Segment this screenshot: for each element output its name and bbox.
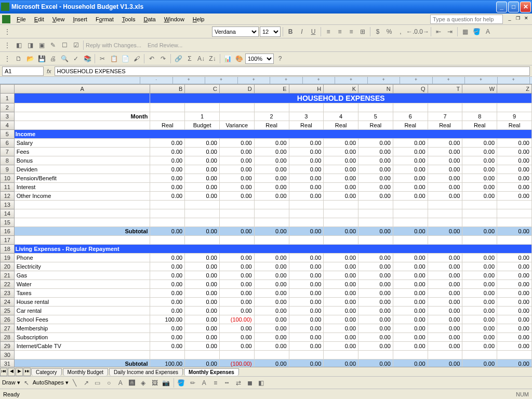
cell-header[interactable]: Real — [428, 121, 462, 130]
expand-button[interactable]: + — [400, 77, 433, 84]
row-header-30[interactable]: 30 — [1, 351, 15, 360]
cell-value[interactable]: 0.00 — [497, 156, 532, 165]
cell[interactable] — [14, 209, 150, 218]
cell-value[interactable]: 0.00 — [428, 156, 462, 165]
column-header-C[interactable]: C — [185, 85, 220, 94]
row-header-19[interactable]: 19 — [1, 254, 15, 262]
cell-value[interactable]: 0.00 — [324, 254, 358, 262]
minimize-button[interactable]: _ — [496, 2, 507, 12]
cell[interactable]: 9 — [497, 112, 532, 121]
picture-button[interactable]: 📷 — [161, 378, 171, 388]
row-header-1[interactable]: 1 — [1, 94, 15, 103]
cell[interactable] — [219, 103, 254, 112]
cell-value[interactable]: 0.00 — [497, 280, 532, 289]
cell-value[interactable]: 0.00 — [428, 271, 462, 280]
font-color-button[interactable]: A — [199, 378, 209, 388]
cell-value[interactable]: 0.00 — [289, 271, 324, 280]
row-header-21[interactable]: 21 — [1, 271, 15, 280]
review-btn-1[interactable]: ◧ — [14, 40, 24, 50]
cell[interactable] — [150, 351, 185, 360]
spelling-button[interactable]: ✓ — [71, 54, 81, 64]
cell-value[interactable]: 0.00 — [462, 360, 497, 367]
cell-value[interactable]: 0.00 — [497, 227, 532, 236]
cell-value[interactable]: 0.00 — [462, 192, 497, 201]
cell-value[interactable]: 0.00 — [289, 183, 324, 192]
cell[interactable]: 2 — [254, 112, 289, 121]
column-header-Q[interactable]: Q — [393, 85, 428, 94]
toolbar-handle-icon[interactable]: ⋮ — [2, 54, 12, 64]
cell-label[interactable]: Car rental — [14, 307, 150, 315]
menu-edit[interactable]: Edit — [30, 15, 48, 23]
cell-value[interactable]: 0.00 — [393, 271, 428, 280]
menu-data[interactable]: Data — [139, 15, 159, 23]
cell-value[interactable]: 0.00 — [185, 183, 220, 192]
cell-value[interactable]: 0.00 — [428, 139, 462, 148]
italic-button[interactable]: I — [297, 26, 307, 37]
cell[interactable] — [185, 103, 220, 112]
cell[interactable] — [358, 351, 393, 360]
column-header-A[interactable]: A — [14, 85, 150, 94]
cell-label[interactable]: Interest — [14, 183, 150, 192]
cell-value[interactable]: 0.00 — [185, 156, 220, 165]
cell-value[interactable]: 0.00 — [185, 333, 220, 342]
cell[interactable]: 5 — [358, 112, 393, 121]
cell[interactable] — [324, 351, 358, 360]
cell[interactable] — [289, 236, 324, 245]
cell[interactable] — [185, 236, 220, 245]
cell-label[interactable]: Salary — [14, 139, 150, 148]
cell[interactable] — [185, 209, 220, 218]
cell-value[interactable]: 0.00 — [150, 262, 185, 271]
cell-value[interactable]: 0.00 — [150, 271, 185, 280]
spreadsheet-table[interactable]: ABCDEHKNQTWZ1HOUSEHOLD EXPENSES23Month12… — [0, 84, 532, 367]
cell-value[interactable]: 0.00 — [497, 315, 532, 324]
cell-header[interactable] — [14, 121, 150, 130]
3d-button[interactable]: ◧ — [256, 378, 267, 388]
column-header-N[interactable]: N — [358, 85, 393, 94]
format-painter-button[interactable]: 🖌 — [131, 54, 142, 64]
group-indicator[interactable]: · — [140, 77, 173, 84]
cell[interactable] — [358, 218, 393, 227]
cell-value[interactable]: 0.00 — [462, 254, 497, 262]
spreadsheet-grid[interactable]: · + + + + + + + + + + + ABCDEHKNQTWZ1HOU… — [0, 77, 532, 367]
decrease-decimal-button[interactable]: .0→ — [418, 26, 429, 37]
row-header-25[interactable]: 25 — [1, 307, 15, 315]
column-header-D[interactable]: D — [219, 85, 254, 94]
cell[interactable] — [497, 103, 532, 112]
row-header-28[interactable]: 28 — [1, 333, 15, 342]
cell-value[interactable]: 0.00 — [462, 174, 497, 183]
select-objects-button[interactable]: ↖ — [21, 378, 32, 388]
chart-button[interactable]: 📊 — [222, 54, 233, 64]
arrow-style-button[interactable]: ⇄ — [233, 378, 244, 388]
rectangle-button[interactable]: ▭ — [92, 378, 103, 388]
menu-window[interactable]: Window — [160, 15, 189, 23]
decrease-indent-button[interactable]: ⇤ — [433, 26, 444, 37]
dash-style-button[interactable]: ┅ — [222, 378, 232, 388]
cell-value[interactable]: 0.00 — [428, 254, 462, 262]
cell-value[interactable]: 0.00 — [358, 324, 393, 333]
cell-value[interactable]: 0.00 — [150, 342, 185, 351]
cell[interactable] — [219, 209, 254, 218]
cell[interactable] — [254, 351, 289, 360]
expand-button[interactable]: + — [368, 77, 401, 84]
cell-value[interactable]: 0.00 — [289, 165, 324, 174]
cell-value[interactable]: 0.00 — [150, 139, 185, 148]
cell-value[interactable]: 0.00 — [185, 192, 220, 201]
review-btn-3[interactable]: ▣ — [36, 40, 47, 50]
cell-value[interactable]: 0.00 — [289, 192, 324, 201]
cell-value[interactable]: 0.00 — [462, 227, 497, 236]
cell-value[interactable]: 0.00 — [289, 315, 324, 324]
cell-value[interactable]: 0.00 — [254, 298, 289, 307]
cell[interactable] — [324, 236, 358, 245]
row-header-12[interactable]: 12 — [1, 192, 15, 201]
cell-label[interactable]: Phone — [14, 254, 150, 262]
column-header-H[interactable]: H — [289, 85, 324, 94]
cell-value[interactable]: 0.00 — [428, 174, 462, 183]
row-header-23[interactable]: 23 — [1, 289, 15, 298]
cell-value[interactable]: 0.00 — [219, 333, 254, 342]
row-header-17[interactable]: 17 — [1, 236, 15, 245]
cell-value[interactable]: 0.00 — [289, 307, 324, 315]
cell[interactable] — [428, 209, 462, 218]
cell-value[interactable]: 0.00 — [219, 139, 254, 148]
borders-button[interactable]: ▦ — [460, 26, 470, 37]
cell[interactable] — [254, 103, 289, 112]
